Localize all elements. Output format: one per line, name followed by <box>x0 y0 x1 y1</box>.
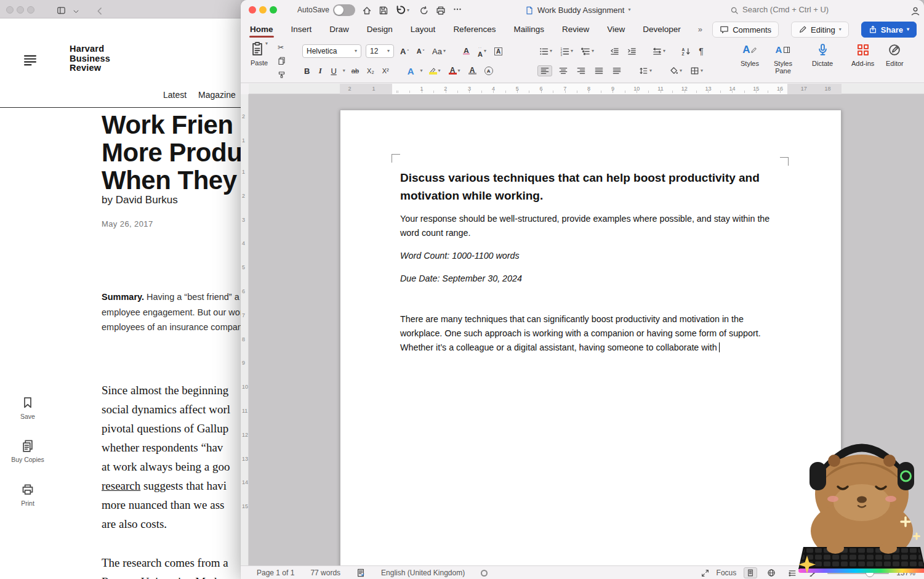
font-color-button[interactable]: A▾ <box>447 67 462 76</box>
more-icon[interactable] <box>452 4 462 17</box>
web-layout-view-button[interactable] <box>765 567 778 578</box>
page-count[interactable]: Page 1 of 1 <box>257 569 294 577</box>
line-spacing-button[interactable]: ▾ <box>637 66 654 76</box>
clear-formatting-button[interactable]: A <box>461 47 472 55</box>
nav-item-latest[interactable]: Latest <box>163 90 187 100</box>
font-size-select[interactable]: 12▾ <box>366 44 394 58</box>
copy-icon[interactable] <box>278 55 286 66</box>
save-article-button[interactable]: Save <box>6 396 49 420</box>
character-border-button[interactable]: A <box>492 47 504 56</box>
text-effects-dropdown-icon[interactable]: ▾ <box>420 68 423 73</box>
fullscreen-button[interactable] <box>270 6 277 14</box>
print-layout-view-button[interactable] <box>744 567 757 578</box>
language-selector[interactable]: English (United Kingdom) <box>381 569 465 577</box>
align-left-button[interactable] <box>537 65 552 76</box>
chevron-down-icon[interactable] <box>73 6 79 17</box>
underline-button[interactable]: U <box>329 66 338 76</box>
tab-references[interactable]: References <box>452 23 496 35</box>
save-icon[interactable] <box>379 4 388 15</box>
phonetic-guide-button[interactable]: ··A▾ <box>476 44 488 59</box>
show-paragraph-marks-button[interactable]: ¶ <box>697 46 705 57</box>
print-article-button[interactable]: Print <box>6 483 49 507</box>
bullet-list-button[interactable]: ▾ <box>537 46 554 57</box>
cut-icon[interactable]: ✂ <box>278 43 286 52</box>
browser-close-button[interactable] <box>6 6 14 14</box>
word-count[interactable]: 77 words <box>310 569 340 577</box>
styles-pane-button[interactable]: A Styles Pane <box>769 42 797 75</box>
distribute-button[interactable] <box>610 66 624 76</box>
bold-button[interactable]: B <box>302 66 311 76</box>
sidebar-toggle-icon[interactable] <box>57 4 66 15</box>
doc-body-paragraph[interactable]: There are many techniques that can signi… <box>400 312 783 355</box>
tab-home[interactable]: Home <box>249 23 274 35</box>
buy-copies-button[interactable]: Buy Copies <box>6 439 49 463</box>
justify-button[interactable] <box>592 66 606 76</box>
browser-zoom-button[interactable] <box>27 6 34 14</box>
enclose-characters-button[interactable]: A <box>483 66 495 76</box>
doc-due-date[interactable]: Due Date: September 30, 2024 <box>400 272 783 286</box>
tab-review[interactable]: Review <box>561 23 590 35</box>
subscript-button[interactable]: X₂ <box>365 67 376 75</box>
nav-item-magazine[interactable]: Magazine <box>198 90 236 100</box>
editor-button[interactable]: Editor <box>886 42 904 67</box>
hbr-menu-icon[interactable] <box>23 53 38 68</box>
tab-insert[interactable]: Insert <box>291 23 313 35</box>
multilevel-list-button[interactable]: ▾ <box>579 46 596 57</box>
styles-button[interactable]: A Styles <box>741 42 759 67</box>
doc-intro[interactable]: Your response should be well-structured,… <box>400 212 783 240</box>
redo-icon[interactable] <box>419 4 429 15</box>
browser-minimize-button[interactable] <box>17 6 24 14</box>
addins-button[interactable]: Add-ins <box>851 42 874 67</box>
paste-button[interactable]: ▾ Paste <box>251 41 268 67</box>
document-page[interactable]: Discuss various techniques that can help… <box>340 110 842 565</box>
record-indicator[interactable] <box>481 570 488 577</box>
proofing-icon[interactable] <box>356 568 365 578</box>
highlight-button[interactable]: ▾ <box>427 67 443 75</box>
horizontal-ruler[interactable]: 21123456789101112131415161718 <box>249 84 924 94</box>
autosave-toggle[interactable] <box>333 4 355 16</box>
minimize-button[interactable] <box>259 6 267 14</box>
font-name-select[interactable]: Helvetica▾ <box>302 44 361 58</box>
decrease-indent-button[interactable] <box>608 46 621 57</box>
focus-label[interactable]: Focus <box>717 569 737 577</box>
back-icon[interactable] <box>96 5 104 16</box>
doc-heading[interactable]: Discuss various techniques that can help… <box>400 169 783 204</box>
doc-word-count[interactable]: Word Count: 1000-1100 words <box>400 249 783 263</box>
print-icon[interactable] <box>436 4 446 15</box>
tab-layout[interactable]: Layout <box>410 23 436 35</box>
share-profile-icon[interactable] <box>910 5 920 16</box>
shrink-font-button[interactable]: Aˇ <box>415 47 426 55</box>
borders-button[interactable]: ▾ <box>688 66 705 76</box>
strikethrough-button[interactable]: ab <box>350 67 361 75</box>
align-right-button[interactable] <box>574 66 588 76</box>
undo-icon[interactable] <box>395 4 406 15</box>
focus-icon[interactable] <box>701 569 709 577</box>
home-icon[interactable] <box>362 4 372 15</box>
tab-mailings[interactable]: Mailings <box>513 23 545 35</box>
align-center-button[interactable] <box>556 66 570 76</box>
asian-layout-button[interactable]: ▾ <box>651 46 667 57</box>
tab-design[interactable]: Design <box>366 23 393 35</box>
tabs-overflow-icon[interactable]: » <box>698 25 702 34</box>
increase-indent-button[interactable] <box>625 46 638 57</box>
shading-button[interactable]: ▾ <box>667 66 684 76</box>
search-field[interactable]: Search (Cmd + Ctrl + U) <box>730 5 829 15</box>
sort-button[interactable]: AZ <box>680 46 693 57</box>
editing-mode-dropdown[interactable]: Editing ▾ <box>791 22 849 38</box>
hbr-logo[interactable]: Harvard Business Review <box>70 44 110 73</box>
close-button[interactable] <box>249 6 256 14</box>
share-button[interactable]: Share ▾ <box>861 22 917 38</box>
format-painter-icon[interactable] <box>278 69 286 80</box>
change-case-button[interactable]: Aa▾ <box>430 46 448 57</box>
italic-button[interactable]: I <box>316 65 324 76</box>
tab-developer[interactable]: Developer <box>642 23 681 35</box>
vertical-ruler[interactable]: 21123456789101112131415 <box>241 94 249 565</box>
character-shading-button[interactable]: A <box>467 67 478 76</box>
tab-view[interactable]: View <box>606 23 625 35</box>
superscript-button[interactable]: X² <box>380 67 391 75</box>
numbered-list-button[interactable]: 123▾ <box>558 46 575 57</box>
article-link-research[interactable]: research <box>102 479 140 492</box>
dictate-button[interactable]: Dictate <box>812 42 833 67</box>
tab-draw[interactable]: Draw <box>329 23 350 35</box>
undo-dropdown-icon[interactable]: ▾ <box>407 8 409 13</box>
